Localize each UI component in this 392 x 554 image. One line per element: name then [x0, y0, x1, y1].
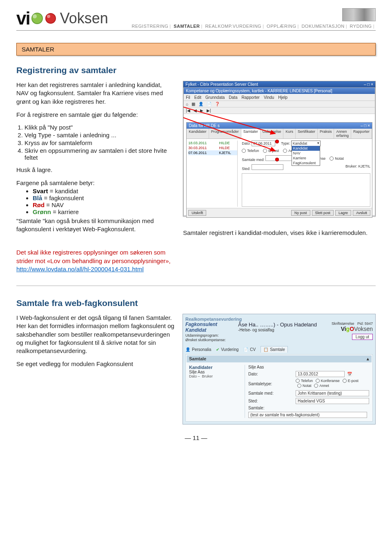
tab-vurdering[interactable]: ✔Vurdering — [216, 346, 238, 353]
tab-personalia[interactable]: 👤Personalia — [185, 346, 211, 353]
section1-steps-after: Husk å lagre. — [16, 166, 175, 174]
samtaletype-label: Samtaletype: — [248, 382, 293, 386]
section1-after-colors: "Samtale "kan også brukes til kommunikas… — [16, 217, 175, 234]
section2-p3: Se eget vedlegg for modulen Fagkonsulent — [16, 360, 174, 368]
kandidat-row[interactable]: Silje Aas — [189, 370, 242, 374]
header-people-image — [342, 8, 376, 21]
calendar-icon[interactable]: 📅 — [347, 372, 352, 376]
shot2-tabs[interactable]: 👤Personalia ✔Vurdering 📄CV 📋Samtale — [185, 346, 373, 353]
crumb-5: RYDDING — [350, 24, 372, 29]
shot2-mid: Åse Ha.. ……..) - Opus Hadeland -Helse- o… — [238, 322, 332, 332]
crumb-2: REALKOMP.VURDERING — [205, 24, 261, 29]
cb-epost[interactable]: E-post — [343, 379, 359, 383]
samtale-med-input[interactable]: John Krittansen (testing) — [296, 390, 369, 396]
section2-left-column: I Web-fagkonsulent er det også tilgang t… — [16, 314, 174, 424]
crumb-3: OPPLÆRING — [267, 24, 296, 29]
section2-p1: I Web-fagkonsulent er det også tilgang t… — [16, 314, 174, 322]
color-bla: Blå = fagkonsulent — [33, 194, 175, 201]
shot2-right: Skriftstørrelse Pid: 5947 VigOVoksen Log… — [332, 322, 373, 340]
logo-voksen-text: Voksen — [60, 10, 108, 27]
screenshot-samtaler-window: Fylket - Citrix Presentation Server Clie… — [183, 81, 376, 217]
vigo-voksen-logo: vi Voksen — [16, 8, 108, 29]
tab-samtale[interactable]: 📋Samtale — [261, 346, 288, 353]
shot2-left-labels: Fagkonsulent Kandidat Utdanningsprogram:… — [185, 322, 226, 342]
logo-o-icon — [45, 12, 57, 25]
color-svart: Svart = kandidat — [33, 188, 175, 194]
samtale-textarea[interactable]: (test av samtale fra web-fagkonsulent) — [248, 412, 367, 418]
shot2-samtale-panel: Samtale▴ Kandidater Silje Aas Dato – Bru… — [185, 354, 373, 422]
color-gronn: Grønn = karriere — [33, 208, 175, 215]
kandidater-label: Kandidater — [189, 365, 242, 370]
svg-line-5 — [183, 98, 275, 134]
shot2-title: Realkompetansevurdering — [185, 317, 373, 322]
sted-input[interactable]: Hadeland VGS — [296, 398, 369, 404]
svg-point-1 — [33, 14, 37, 18]
section1-left-column: Her kan det registreres samtaler i anled… — [16, 81, 175, 242]
crumb-0: REGISTRERING — [132, 24, 169, 29]
horizontal-separator — [16, 286, 376, 286]
cb-konferanse[interactable]: Konferanse — [316, 379, 340, 383]
section2-heading: Samtale fra web-fagkonsulent — [16, 298, 376, 308]
logo-g-icon — [31, 12, 44, 25]
color-list: Svart = kandidat Blå = fagkonsulent Rød … — [33, 188, 175, 215]
top-header: vi Voksen REGISTRERING| SAMTALER| REALKO… — [16, 8, 376, 31]
svg-line-6 — [183, 106, 275, 151]
cb-annet[interactable]: Annet — [314, 384, 329, 388]
section1-p1: Her kan det registreres samtaler i anled… — [16, 81, 175, 106]
logg-ut-button[interactable]: Logg ut — [352, 334, 373, 340]
color-rod: Rød = NAV — [33, 201, 175, 208]
samtale-label: Samtale: — [248, 406, 293, 410]
step-3: Kryss av for samtaleform — [24, 139, 175, 146]
section1-right-column: Fylket - Citrix Presentation Server Clie… — [183, 81, 376, 242]
svg-point-2 — [46, 13, 56, 23]
svg-point-3 — [47, 15, 50, 18]
warning-paragraph: Det skal ikke registreres opplysninger o… — [16, 248, 182, 273]
step-1: Klikk på "Ny post" — [24, 124, 175, 131]
shot2-logo-icon: VigOVoksen — [332, 326, 373, 332]
cb-telefon[interactable]: Telefon — [296, 379, 313, 383]
section1-heading: Registrering av samtaler — [16, 65, 376, 75]
breadcrumb: REGISTRERING| SAMTALER| REALKOMP.VURDERI… — [132, 24, 376, 29]
samtale-med-label: Samtale med: — [248, 391, 293, 395]
step-2: Velg Type - samtale i anledning ... — [24, 132, 175, 138]
section2-p2: Her kan det formidles informasjon mellom… — [16, 322, 174, 355]
svg-point-0 — [32, 13, 42, 24]
dato-label: Dato: — [248, 372, 293, 376]
crumb-4: DOKUMENTASJON — [301, 24, 344, 29]
crumb-1: SAMTALER — [174, 24, 200, 29]
section1-steps-intro: For å registrere en samtale gjør du følg… — [16, 111, 175, 119]
screenshot1-caption: Samtaler registrert i kandidat-modulen, … — [183, 229, 376, 237]
callout-arrows — [183, 81, 379, 216]
colors-intro: Fargene på samtalene betyr: — [16, 179, 175, 187]
screenshot-web-fagkonsulent: Realkompetansevurdering Fagkonsulent Kan… — [183, 314, 376, 424]
sted-label: Sted: — [248, 399, 293, 403]
step-4: Skriv en oppsummering av samtalen i det … — [24, 147, 175, 161]
section-banner: SAMTALER — [16, 43, 376, 56]
section1-steps: Klikk på "Ny post" Velg Type - samtale i… — [24, 124, 175, 161]
dato-input[interactable]: 13.03.2012 — [296, 371, 345, 377]
collapse-icon[interactable]: ▴ — [367, 356, 369, 362]
tab-cv[interactable]: 📄CV — [243, 346, 256, 353]
lovdata-link[interactable]: http://www.lovdata.no/all/hl-20000414-03… — [16, 266, 144, 273]
cb-notat[interactable]: Notat — [297, 384, 312, 388]
page-number: — 11 — — [16, 434, 376, 441]
logo-vi-text: vi — [16, 8, 30, 29]
section2-right-column: Realkompetansevurdering Fagkonsulent Kan… — [183, 314, 376, 424]
type-dropdown-options[interactable]: Kandidat NAV Karriere FagKonsulent — [292, 146, 320, 166]
panel-head: Samtale — [189, 356, 206, 362]
banner-title: SAMTALER — [22, 46, 54, 53]
